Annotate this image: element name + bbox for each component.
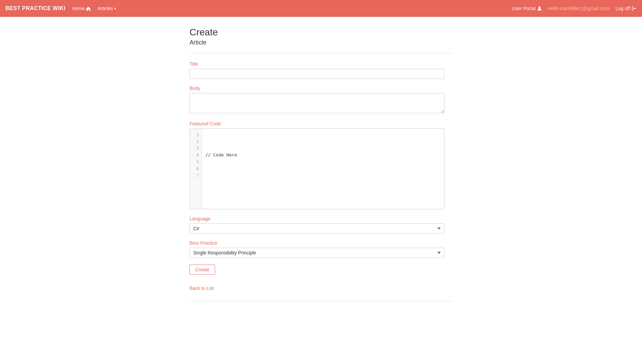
line-5: 5 <box>193 159 199 165</box>
featured-code-label: Featured Code <box>189 121 453 126</box>
user-portal-label: User Portal <box>512 6 535 11</box>
featured-code-group: Featured Code 1 2 3 4 5 6 7 // Code Here <box>189 121 453 209</box>
main-content: Create Article Title Body Featured Code … <box>183 17 459 311</box>
title-input[interactable] <box>189 69 444 79</box>
navbar-left: BEST PRACTICE WIKI Home Articles ▾ <box>5 5 116 11</box>
line-6: 6 <box>193 165 199 172</box>
user-portal-link[interactable]: User Portal <box>512 6 542 11</box>
line-7: 7 <box>193 172 199 179</box>
hello-text: Hello macMiller1@gmail.com! <box>548 6 610 11</box>
create-button[interactable]: Create <box>189 265 215 275</box>
best-practice-label: Best Practice <box>189 240 453 246</box>
title-group: Title <box>189 61 453 79</box>
logoff-icon <box>631 6 637 11</box>
navbar: BEST PRACTICE WIKI Home Articles ▾ User … <box>0 0 642 17</box>
create-button-group: Create <box>189 265 453 275</box>
logoff-link[interactable]: Log off <box>615 6 637 11</box>
body-label: Body <box>189 86 453 91</box>
home-label: Home <box>72 6 85 11</box>
best-practice-group: Best Practice Single Responsibility Prin… <box>189 240 453 258</box>
line-numbers: 1 2 3 4 5 6 7 <box>190 129 202 209</box>
bottom-divider <box>189 301 453 301</box>
line-2: 2 <box>193 138 199 145</box>
back-to-list-link[interactable]: Back to List <box>189 285 214 291</box>
body-group: Body <box>189 86 453 114</box>
navbar-right: User Portal Hello macMiller1@gmail.com! … <box>512 6 637 11</box>
language-label: Language <box>189 216 453 221</box>
language-select[interactable]: C# JavaScript Python Java C++ <box>189 223 444 234</box>
svg-point-0 <box>538 6 541 8</box>
articles-label: Articles <box>97 6 113 11</box>
home-icon <box>86 6 91 11</box>
page-subtitle: Article <box>189 39 453 46</box>
navbar-brand[interactable]: BEST PRACTICE WIKI <box>5 5 65 11</box>
articles-dropdown[interactable]: Articles ▾ <box>97 6 116 11</box>
top-divider <box>189 53 453 53</box>
logoff-label: Log off <box>615 6 630 11</box>
user-icon <box>537 6 542 11</box>
line-1: 1 <box>193 131 199 138</box>
line-4: 4 <box>193 152 199 158</box>
body-textarea[interactable] <box>189 93 444 113</box>
caret-down-icon: ▾ <box>114 7 116 10</box>
title-label: Title <box>189 61 453 67</box>
code-editor: 1 2 3 4 5 6 7 // Code Here <box>189 128 444 209</box>
line-3: 3 <box>193 145 199 152</box>
page-title: Create <box>189 27 453 38</box>
best-practice-select[interactable]: Single Responsibility Principle Open/Clo… <box>189 248 444 258</box>
home-link[interactable]: Home <box>72 6 91 11</box>
language-group: Language C# JavaScript Python Java C++ <box>189 216 453 234</box>
code-textarea[interactable]: // Code Here <box>202 129 444 209</box>
